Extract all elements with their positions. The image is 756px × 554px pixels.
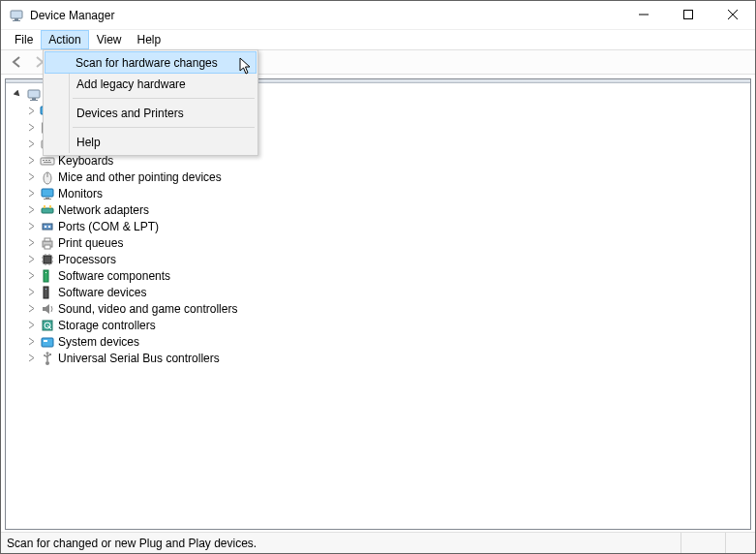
expand-icon[interactable] — [25, 188, 37, 200]
svg-rect-22 — [44, 162, 51, 163]
svg-rect-30 — [49, 205, 51, 208]
svg-rect-47 — [45, 272, 46, 273]
svg-rect-18 — [41, 158, 54, 165]
tree-node-label: Print queues — [58, 236, 123, 250]
tree-node-label: System devices — [58, 335, 139, 349]
tree-node[interactable]: Universal Serial Bus controllers — [25, 350, 750, 366]
status-bar: Scan for changed or new Plug and Play de… — [1, 532, 755, 553]
close-button[interactable] — [711, 1, 755, 28]
menu-item-help[interactable]: Help — [45, 131, 256, 153]
sound-icon — [40, 301, 55, 317]
expand-icon[interactable] — [25, 320, 37, 331]
svg-rect-2 — [13, 20, 20, 21]
tree-node-label: Software devices — [58, 286, 146, 299]
svg-rect-48 — [44, 287, 48, 298]
svg-rect-0 — [11, 11, 22, 18]
expand-icon[interactable] — [25, 138, 37, 150]
svg-rect-37 — [44, 256, 51, 263]
tree-node-label: Software components — [58, 269, 170, 283]
usb-icon — [40, 351, 55, 366]
tree-node-label: Storage controllers — [58, 319, 156, 332]
expand-icon[interactable] — [25, 270, 37, 282]
software-comp-icon — [40, 268, 55, 284]
expand-icon[interactable] — [25, 106, 37, 117]
menu-bar: File Action View Help — [1, 30, 755, 49]
tree-node[interactable]: Storage controllers — [25, 317, 750, 333]
svg-rect-53 — [42, 338, 53, 347]
tree-node[interactable]: System devices — [25, 333, 750, 350]
menu-item-add-legacy[interactable]: Add legacy hardware — [45, 73, 256, 95]
tree-node[interactable]: Monitors — [25, 185, 750, 201]
svg-rect-36 — [45, 245, 50, 249]
software-dev-icon — [40, 285, 55, 300]
processor-icon — [40, 252, 55, 267]
printqueue-icon — [40, 235, 55, 251]
tree-node[interactable]: Print queues — [25, 234, 750, 251]
svg-rect-29 — [44, 205, 45, 208]
expand-icon[interactable] — [25, 122, 37, 134]
expand-icon[interactable] — [25, 221, 37, 232]
svg-rect-4 — [684, 11, 693, 19]
system-icon — [40, 334, 55, 350]
menu-item-scan-hardware[interactable]: Scan for hardware changes — [45, 51, 257, 74]
svg-rect-25 — [42, 189, 53, 197]
maximize-button[interactable] — [666, 1, 711, 28]
expand-icon[interactable] — [25, 254, 37, 265]
app-icon — [9, 8, 24, 23]
tree-node[interactable]: Network adapters — [25, 201, 750, 218]
status-segment — [726, 533, 755, 553]
back-button[interactable] — [7, 51, 28, 73]
expand-icon[interactable] — [25, 303, 37, 315]
svg-rect-35 — [45, 238, 50, 241]
svg-point-57 — [44, 354, 45, 356]
status-segment — [681, 533, 726, 553]
tree-node[interactable]: Sound, video and game controllers — [25, 300, 750, 317]
svg-rect-9 — [30, 100, 38, 101]
minimize-button[interactable] — [621, 1, 666, 28]
expand-icon[interactable] — [25, 353, 37, 364]
svg-rect-8 — [32, 98, 36, 100]
monitor-icon — [40, 186, 55, 201]
svg-rect-32 — [45, 226, 46, 228]
menu-item-devices-printers[interactable]: Devices and Printers — [45, 102, 256, 124]
expand-icon[interactable] — [25, 204, 37, 216]
expand-collapse-icon[interactable] — [12, 89, 23, 101]
svg-rect-1 — [15, 18, 18, 20]
network-icon — [40, 202, 55, 218]
action-dropdown-menu: Scan for hardware changes Add legacy har… — [43, 49, 258, 156]
svg-rect-58 — [49, 354, 51, 355]
menu-action[interactable]: Action — [41, 30, 88, 49]
expand-icon[interactable] — [25, 336, 37, 348]
window-buttons — [621, 1, 755, 29]
title-bar: Device Manager — [1, 1, 755, 30]
svg-rect-21 — [48, 160, 50, 161]
status-text: Scan for changed or new Plug and Play de… — [7, 533, 681, 553]
svg-rect-33 — [48, 226, 50, 228]
tree-node-label: Processors — [58, 253, 116, 266]
menu-separator — [73, 98, 255, 99]
expand-icon[interactable] — [25, 155, 37, 167]
menu-separator — [73, 127, 255, 128]
svg-rect-20 — [45, 160, 47, 161]
expand-icon[interactable] — [25, 237, 37, 249]
tree-node[interactable]: Processors — [25, 251, 750, 267]
expand-icon[interactable] — [25, 287, 37, 298]
tree-node-label: Sound, video and game controllers — [58, 302, 237, 316]
tree-node[interactable]: Ports (COM & LPT) — [25, 218, 750, 234]
storage-icon — [40, 318, 55, 333]
tree-node[interactable]: Software devices — [25, 284, 750, 300]
tree-node[interactable]: Mice and other pointing devices — [25, 169, 750, 185]
expand-icon[interactable] — [25, 171, 37, 183]
tree-node-label: Monitors — [58, 187, 103, 200]
mouse-icon — [40, 169, 55, 185]
svg-rect-31 — [43, 224, 52, 230]
tree-node-label: Universal Serial Bus controllers — [58, 352, 220, 365]
menu-file[interactable]: File — [7, 30, 41, 49]
tree-node[interactable]: Software components — [25, 267, 750, 284]
menu-help[interactable]: Help — [130, 30, 169, 49]
svg-rect-46 — [44, 270, 48, 282]
ports-icon — [40, 219, 55, 234]
svg-rect-7 — [28, 90, 40, 98]
menu-view[interactable]: View — [89, 30, 130, 49]
svg-point-55 — [45, 361, 49, 365]
